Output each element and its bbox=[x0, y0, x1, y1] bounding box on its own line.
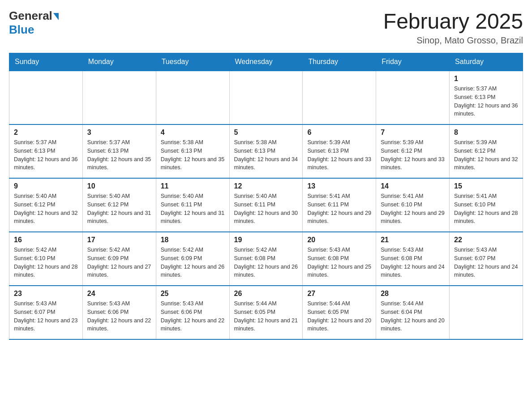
day-number: 16 bbox=[14, 236, 78, 244]
day-number: 18 bbox=[161, 236, 225, 244]
page-header: General Blue February 2025 Sinop, Mato G… bbox=[9, 9, 523, 46]
calendar-week-row: 1Sunrise: 5:37 AM Sunset: 6:13 PM Daylig… bbox=[9, 71, 523, 124]
day-number: 7 bbox=[381, 128, 445, 137]
day-info: Sunrise: 5:42 AM Sunset: 6:08 PM Dayligh… bbox=[234, 246, 298, 279]
calendar-cell bbox=[156, 71, 229, 124]
day-number: 13 bbox=[307, 182, 371, 190]
day-info: Sunrise: 5:40 AM Sunset: 6:11 PM Dayligh… bbox=[161, 192, 225, 226]
day-info: Sunrise: 5:41 AM Sunset: 6:10 PM Dayligh… bbox=[381, 192, 445, 226]
calendar-cell: 21Sunrise: 5:43 AM Sunset: 6:08 PM Dayli… bbox=[376, 232, 450, 286]
day-info: Sunrise: 5:43 AM Sunset: 6:08 PM Dayligh… bbox=[307, 246, 371, 279]
calendar-cell: 1Sunrise: 5:37 AM Sunset: 6:13 PM Daylig… bbox=[450, 71, 523, 124]
day-number: 12 bbox=[234, 182, 298, 190]
day-info: Sunrise: 5:37 AM Sunset: 6:13 PM Dayligh… bbox=[87, 138, 151, 172]
day-info: Sunrise: 5:42 AM Sunset: 6:09 PM Dayligh… bbox=[87, 246, 151, 279]
day-of-week-header: Thursday bbox=[303, 53, 376, 71]
calendar-cell: 16Sunrise: 5:42 AM Sunset: 6:10 PM Dayli… bbox=[9, 232, 83, 286]
day-of-week-header: Friday bbox=[376, 53, 450, 71]
calendar-cell: 6Sunrise: 5:39 AM Sunset: 6:13 PM Daylig… bbox=[303, 124, 376, 178]
day-of-week-header: Sunday bbox=[9, 53, 83, 71]
day-number: 26 bbox=[234, 290, 298, 298]
day-info: Sunrise: 5:43 AM Sunset: 6:07 PM Dayligh… bbox=[454, 246, 518, 279]
day-info: Sunrise: 5:43 AM Sunset: 6:06 PM Dayligh… bbox=[161, 300, 225, 333]
calendar-cell: 8Sunrise: 5:39 AM Sunset: 6:12 PM Daylig… bbox=[450, 124, 523, 178]
calendar-cell bbox=[82, 71, 156, 124]
calendar-cell: 19Sunrise: 5:42 AM Sunset: 6:08 PM Dayli… bbox=[229, 232, 303, 286]
calendar-cell bbox=[303, 71, 376, 124]
logo-triangle-icon bbox=[53, 13, 59, 20]
day-of-week-header: Tuesday bbox=[156, 53, 229, 71]
day-info: Sunrise: 5:41 AM Sunset: 6:10 PM Dayligh… bbox=[454, 192, 518, 226]
day-number: 21 bbox=[381, 236, 445, 244]
logo-general-text: General bbox=[9, 9, 52, 23]
calendar-cell: 13Sunrise: 5:41 AM Sunset: 6:11 PM Dayli… bbox=[303, 178, 376, 232]
day-number: 15 bbox=[454, 182, 518, 190]
calendar-cell: 9Sunrise: 5:40 AM Sunset: 6:12 PM Daylig… bbox=[9, 178, 83, 232]
day-number: 17 bbox=[87, 236, 151, 244]
day-info: Sunrise: 5:42 AM Sunset: 6:09 PM Dayligh… bbox=[161, 246, 225, 279]
calendar-cell: 11Sunrise: 5:40 AM Sunset: 6:11 PM Dayli… bbox=[156, 178, 229, 232]
calendar-cell: 18Sunrise: 5:42 AM Sunset: 6:09 PM Dayli… bbox=[156, 232, 229, 286]
title-section: February 2025 Sinop, Mato Grosso, Brazil bbox=[383, 9, 523, 46]
day-number: 11 bbox=[161, 182, 225, 190]
day-number: 3 bbox=[87, 128, 151, 137]
calendar-cell: 27Sunrise: 5:44 AM Sunset: 6:05 PM Dayli… bbox=[303, 286, 376, 339]
calendar-cell: 7Sunrise: 5:39 AM Sunset: 6:12 PM Daylig… bbox=[376, 124, 450, 178]
day-info: Sunrise: 5:43 AM Sunset: 6:08 PM Dayligh… bbox=[381, 246, 445, 279]
day-number: 28 bbox=[381, 290, 445, 298]
calendar-cell bbox=[376, 71, 450, 124]
day-number: 1 bbox=[454, 75, 518, 83]
calendar-cell: 24Sunrise: 5:43 AM Sunset: 6:06 PM Dayli… bbox=[82, 286, 156, 339]
calendar-week-row: 23Sunrise: 5:43 AM Sunset: 6:07 PM Dayli… bbox=[9, 286, 523, 339]
day-info: Sunrise: 5:42 AM Sunset: 6:10 PM Dayligh… bbox=[14, 246, 78, 279]
day-info: Sunrise: 5:38 AM Sunset: 6:13 PM Dayligh… bbox=[161, 138, 225, 172]
day-number: 9 bbox=[14, 182, 78, 190]
day-number: 10 bbox=[87, 182, 151, 190]
day-number: 23 bbox=[14, 290, 78, 298]
day-info: Sunrise: 5:41 AM Sunset: 6:11 PM Dayligh… bbox=[307, 192, 371, 226]
day-info: Sunrise: 5:43 AM Sunset: 6:06 PM Dayligh… bbox=[87, 300, 151, 333]
day-number: 8 bbox=[454, 128, 518, 137]
logo-blue-text: Blue bbox=[9, 23, 34, 36]
calendar-cell: 2Sunrise: 5:37 AM Sunset: 6:13 PM Daylig… bbox=[9, 124, 83, 178]
day-info: Sunrise: 5:40 AM Sunset: 6:12 PM Dayligh… bbox=[87, 192, 151, 226]
day-info: Sunrise: 5:39 AM Sunset: 6:12 PM Dayligh… bbox=[454, 138, 518, 172]
calendar-cell: 14Sunrise: 5:41 AM Sunset: 6:10 PM Dayli… bbox=[376, 178, 450, 232]
calendar-cell: 17Sunrise: 5:42 AM Sunset: 6:09 PM Dayli… bbox=[82, 232, 156, 286]
calendar-cell: 5Sunrise: 5:38 AM Sunset: 6:13 PM Daylig… bbox=[229, 124, 303, 178]
calendar-cell: 26Sunrise: 5:44 AM Sunset: 6:05 PM Dayli… bbox=[229, 286, 303, 339]
day-info: Sunrise: 5:40 AM Sunset: 6:12 PM Dayligh… bbox=[14, 192, 78, 226]
day-number: 24 bbox=[87, 290, 151, 298]
day-number: 27 bbox=[307, 290, 371, 298]
day-of-week-header: Wednesday bbox=[229, 53, 303, 71]
month-title: February 2025 bbox=[383, 9, 523, 34]
calendar-header-row: SundayMondayTuesdayWednesdayThursdayFrid… bbox=[9, 53, 523, 71]
calendar-cell: 25Sunrise: 5:43 AM Sunset: 6:06 PM Dayli… bbox=[156, 286, 229, 339]
calendar-cell: 23Sunrise: 5:43 AM Sunset: 6:07 PM Dayli… bbox=[9, 286, 83, 339]
day-number: 20 bbox=[307, 236, 371, 244]
calendar-week-row: 16Sunrise: 5:42 AM Sunset: 6:10 PM Dayli… bbox=[9, 232, 523, 286]
day-info: Sunrise: 5:37 AM Sunset: 6:13 PM Dayligh… bbox=[14, 138, 78, 172]
logo: General Blue bbox=[9, 9, 59, 37]
day-info: Sunrise: 5:44 AM Sunset: 6:04 PM Dayligh… bbox=[381, 300, 445, 333]
calendar-week-row: 9Sunrise: 5:40 AM Sunset: 6:12 PM Daylig… bbox=[9, 178, 523, 232]
calendar-cell bbox=[9, 71, 83, 124]
calendar-cell: 15Sunrise: 5:41 AM Sunset: 6:10 PM Dayli… bbox=[450, 178, 523, 232]
location-subtitle: Sinop, Mato Grosso, Brazil bbox=[383, 35, 523, 46]
day-info: Sunrise: 5:39 AM Sunset: 6:13 PM Dayligh… bbox=[307, 138, 371, 172]
day-number: 5 bbox=[234, 128, 298, 137]
day-info: Sunrise: 5:40 AM Sunset: 6:11 PM Dayligh… bbox=[234, 192, 298, 226]
day-of-week-header: Monday bbox=[82, 53, 156, 71]
calendar-cell: 28Sunrise: 5:44 AM Sunset: 6:04 PM Dayli… bbox=[376, 286, 450, 339]
day-info: Sunrise: 5:44 AM Sunset: 6:05 PM Dayligh… bbox=[307, 300, 371, 333]
calendar-cell: 10Sunrise: 5:40 AM Sunset: 6:12 PM Dayli… bbox=[82, 178, 156, 232]
day-number: 14 bbox=[381, 182, 445, 190]
day-info: Sunrise: 5:38 AM Sunset: 6:13 PM Dayligh… bbox=[234, 138, 298, 172]
day-number: 19 bbox=[234, 236, 298, 244]
day-number: 6 bbox=[307, 128, 371, 137]
day-number: 4 bbox=[161, 128, 225, 137]
calendar-cell: 12Sunrise: 5:40 AM Sunset: 6:11 PM Dayli… bbox=[229, 178, 303, 232]
calendar-cell: 3Sunrise: 5:37 AM Sunset: 6:13 PM Daylig… bbox=[82, 124, 156, 178]
day-of-week-header: Saturday bbox=[450, 53, 523, 71]
day-info: Sunrise: 5:37 AM Sunset: 6:13 PM Dayligh… bbox=[454, 85, 518, 118]
